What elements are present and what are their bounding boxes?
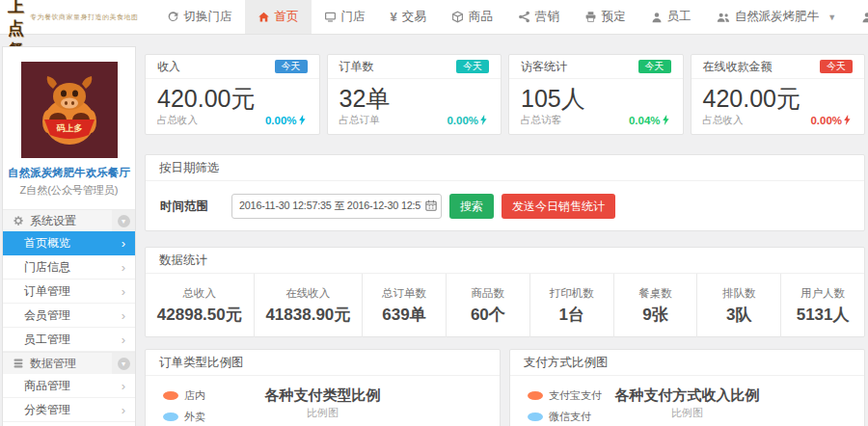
percent-change: 0.00% <box>810 115 851 126</box>
chevron-right-icon: › <box>122 308 125 323</box>
sidebar-item-member-management[interactable]: 会员管理› <box>3 304 135 328</box>
nav-item-trade[interactable]: ¥ 交易 <box>378 0 439 34</box>
calendar-icon <box>425 200 437 211</box>
today-badge[interactable]: 今天 <box>275 60 308 73</box>
nav-item-home[interactable]: 首页 <box>245 0 312 34</box>
chevron-right-icon: › <box>122 284 125 299</box>
today-badge[interactable]: 今天 <box>456 60 489 73</box>
users-icon <box>717 12 730 23</box>
sidebar-group-data-management[interactable]: 数据管理 ▾ <box>3 352 135 374</box>
sidebar-item-store-info[interactable]: 门店信息› <box>3 255 135 280</box>
database-icon <box>13 358 24 369</box>
shop-profile: 码上多 自然派炭烤肥牛欢乐餐厅 Z自然(公众号管理员) <box>3 47 135 209</box>
card-value: 420.00元 <box>692 79 865 113</box>
stat-card-visitors: 访客统计 今天 105人 占总访客 0.04% <box>508 54 684 135</box>
chevron-right-icon: › <box>122 236 125 251</box>
sidebar-item-spec-management[interactable]: 规格管理› <box>3 422 135 426</box>
panel-title: 数据统计 <box>146 248 864 274</box>
sidebar-shop-name[interactable]: 自然派炭烤肥牛欢乐餐厅 <box>3 166 135 180</box>
bolt-icon <box>479 115 487 125</box>
primary-nav: 切换门店 首页 门店 ¥ 交易 商品 营销 预定 员工 <box>154 0 704 34</box>
chevron-down-icon: ▾ <box>118 358 130 370</box>
sidebar-item-staff-management[interactable]: 员工管理› <box>3 328 135 352</box>
group-collapse-toggle[interactable]: ▾ <box>112 210 135 231</box>
panel-title: 按日期筛选 <box>146 155 864 181</box>
yen-icon: ¥ <box>391 10 397 24</box>
refresh-icon <box>167 11 179 23</box>
chevron-right-icon: › <box>122 403 125 417</box>
brand-logo[interactable]: 码上点餐 专为餐饮商家量身打造的美食地图 <box>0 0 149 34</box>
bolt-icon <box>298 115 306 125</box>
date-range-input[interactable] <box>231 194 442 219</box>
chevron-down-icon: ▼ <box>827 13 836 22</box>
sidebar-group-system-settings[interactable]: 系统设置 ▾ <box>3 209 135 231</box>
sidebar-item-home-overview[interactable]: 首页概览› <box>3 231 135 255</box>
nav-item-goods[interactable]: 商品 <box>439 0 505 34</box>
panel-title: 支付方式比例图 <box>510 350 864 376</box>
search-button[interactable]: 搜索 <box>449 194 494 219</box>
charts-row: 订单类型比例图 店内 外卖 点餐 各种支付类型比例 <box>145 349 865 426</box>
date-filter-panel: 按日期筛选 时间范围 搜索 发送今日销售统计 <box>145 154 865 231</box>
time-range-label: 时间范围 <box>160 199 224 215</box>
card-value: 105人 <box>509 79 683 113</box>
group-collapse-toggle[interactable]: ▾ <box>112 353 135 374</box>
reservation-printer-icon <box>584 11 597 23</box>
stat-total-income: 总收入42898.50元 <box>146 274 255 337</box>
sidebar-item-product-management[interactable]: 商品管理› <box>3 374 135 398</box>
staff-person-icon <box>651 12 663 23</box>
chart-subtitle: 比例图 <box>146 406 500 420</box>
top-navbar: 码上点餐 专为餐饮商家量身打造的美食地图 切换门店 首页 门店 ¥ 交易 商品 … <box>0 0 868 35</box>
stat-total-orders: 总订单数639单 <box>363 274 447 337</box>
chevron-right-icon: › <box>122 260 125 275</box>
data-stats-panel: 数据统计 总收入42898.50元 在线收入41838.90元 总订单数639单… <box>145 247 865 337</box>
stat-card-orders: 订单数 今天 32单 占总订单 0.00% <box>327 54 502 135</box>
svg-text:码上多: 码上多 <box>55 123 82 133</box>
bolt-icon <box>662 115 669 125</box>
today-badge[interactable]: 今天 <box>820 60 853 73</box>
shop-avatar[interactable]: 码上多 <box>21 62 118 158</box>
chart-title: 各种支付方式收入比例 <box>510 386 864 405</box>
nav-item-switch-store[interactable]: 切换门店 <box>154 0 245 34</box>
bull-mascot-image: 码上多 <box>21 62 118 158</box>
shop-switcher-dropdown[interactable]: 自然派炭烤肥牛 ▼ <box>704 0 849 34</box>
order-type-chart-panel: 订单类型比例图 店内 外卖 点餐 各种支付类型比例 <box>145 349 501 426</box>
card-title: 访客统计 <box>521 59 567 75</box>
stat-online-income: 在线收入41838.90元 <box>255 274 364 337</box>
store-icon <box>324 11 337 23</box>
stat-card-income: 收入 今天 420.00元 占总收入 0.00% <box>145 54 320 135</box>
sidebar: 码上多 自然派炭烤肥牛欢乐餐厅 Z自然(公众号管理员) 系统设置 ▾ 首页概览›… <box>2 46 136 426</box>
payment-method-chart-panel: 支付方式比例图 支付宝支付 微信支付 现金支付 各种 <box>509 349 865 426</box>
nav-item-marketing[interactable]: 营销 <box>505 0 572 34</box>
sidebar-item-order-management[interactable]: 订单管理› <box>3 280 135 304</box>
chart-title: 各种支付类型比例 <box>146 386 500 405</box>
chevron-right-icon: › <box>122 333 125 347</box>
chart-subtitle: 比例图 <box>510 406 864 420</box>
nav-item-store[interactable]: 门店 <box>312 0 378 34</box>
gear-icon <box>13 215 24 226</box>
send-daily-sales-button[interactable]: 发送今日销售统计 <box>502 194 615 219</box>
card-title: 收入 <box>157 59 180 75</box>
stat-cards-row: 收入 今天 420.00元 占总收入 0.00% 订单数 今天 32单 占总订单… <box>145 54 865 135</box>
home-icon <box>258 11 270 23</box>
user-menu-dropdown[interactable]: ▼ <box>849 0 868 34</box>
user-icon <box>861 12 868 23</box>
nav-item-staff[interactable]: 员工 <box>638 0 704 34</box>
stat-product-count: 商品数60个 <box>447 274 530 337</box>
card-title: 在线收款金额 <box>703 59 773 75</box>
chevron-down-icon: ▾ <box>118 215 130 227</box>
percent-change: 0.00% <box>265 115 306 126</box>
stat-table-count: 餐桌数9张 <box>614 274 698 337</box>
today-badge[interactable]: 今天 <box>638 60 671 73</box>
card-value: 32单 <box>328 79 502 113</box>
nav-item-reservation[interactable]: 预定 <box>572 0 638 34</box>
panel-title: 订单类型比例图 <box>146 350 500 376</box>
sidebar-item-category-management[interactable]: 分类管理› <box>3 398 135 422</box>
sidebar-operator-name: Z自然(公众号管理员) <box>3 183 135 198</box>
chevron-right-icon: › <box>122 379 125 393</box>
stat-queue-count: 排队数3队 <box>697 274 781 337</box>
stat-card-online-amount: 在线收款金额 今天 420.00元 占总收入 0.00% <box>691 54 866 135</box>
percent-change: 0.00% <box>447 115 487 126</box>
logo-tagline: 专为餐饮商家量身打造的美食地图 <box>30 13 139 22</box>
stat-printer-count: 打印机数1台 <box>530 274 614 337</box>
card-value: 420.00元 <box>146 79 319 113</box>
